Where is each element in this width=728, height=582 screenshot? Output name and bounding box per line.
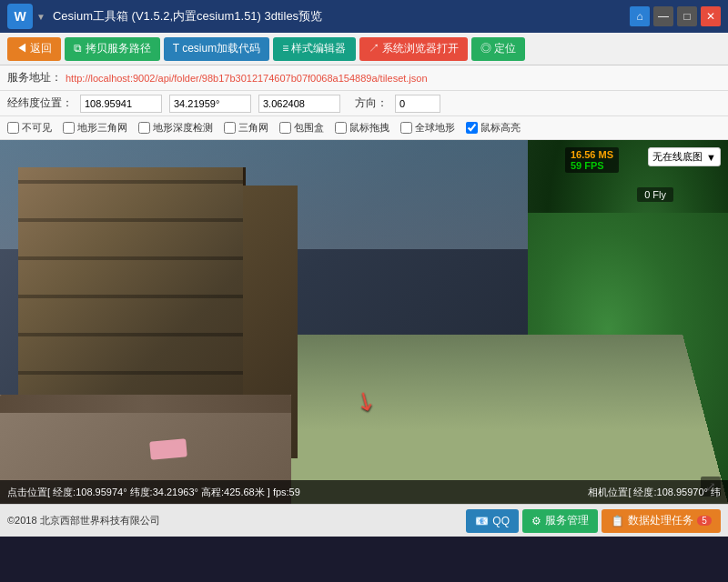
- option-drag[interactable]: 鼠标拖拽: [335, 121, 389, 135]
- url-bar: 服务地址： http://localhost:9002/api/folder/9…: [0, 65, 728, 91]
- coords-label: 经纬度位置：: [7, 95, 73, 111]
- basemap-label: 无在线底图: [652, 150, 703, 164]
- ms-value: 16.56 MS: [571, 149, 613, 160]
- drag-label: 鼠标拖拽: [349, 121, 389, 135]
- terrain-mesh-checkbox[interactable]: [63, 122, 75, 134]
- coords-bar: 经纬度位置： 方向：: [0, 91, 728, 116]
- close-button[interactable]: ✕: [701, 6, 721, 26]
- terrain-mesh-label: 地形三角网: [77, 121, 127, 135]
- altitude-input[interactable]: [258, 95, 340, 113]
- latitude-input[interactable]: [169, 95, 251, 113]
- home-button[interactable]: ⌂: [630, 6, 650, 26]
- titlebar: W ▼ Cesium工具箱 (V1.5.2,内置cesium1.51) 3dti…: [0, 0, 728, 33]
- options-bar: 不可见 地形三角网 地形深度检测 三角网 包围盒 鼠标拖拽 全球地形 鼠标高亮: [0, 116, 728, 140]
- option-wireframe[interactable]: 三角网: [224, 121, 268, 135]
- camera-position-status: 相机位置[ 经度:108.95970° 纬: [588, 486, 721, 499]
- app-title: Cesium工具箱 (V1.5.2,内置cesium1.51) 3dtiles预…: [53, 8, 630, 25]
- footer: ©2018 北京西部世界科技有限公司 📧 QQ ⚙ 服务管理 📋 数据处理任务 …: [0, 504, 728, 537]
- qq-label: QQ: [492, 515, 510, 527]
- longitude-input[interactable]: [80, 95, 162, 113]
- direction-input[interactable]: [395, 95, 440, 113]
- highlight-checkbox[interactable]: [466, 122, 478, 134]
- qq-button[interactable]: 📧 QQ: [466, 509, 519, 533]
- option-terrain-mesh[interactable]: 地形三角网: [63, 121, 127, 135]
- bbox-checkbox[interactable]: [279, 122, 291, 134]
- option-highlight[interactable]: 鼠标高亮: [466, 121, 521, 135]
- fps-counter: 16.56 MS 59 FPS: [565, 147, 619, 173]
- option-depth-test[interactable]: 地形深度检测: [138, 121, 213, 135]
- depth-test-checkbox[interactable]: [138, 122, 150, 134]
- services-label: 服务管理: [545, 513, 589, 528]
- open-browser-button[interactable]: ↗ 系统浏览器打开: [359, 37, 468, 61]
- tasks-icon: 📋: [611, 515, 624, 527]
- option-invisible[interactable]: 不可见: [7, 121, 52, 135]
- highlight-label: 鼠标高亮: [480, 121, 521, 135]
- wireframe-label: 三角网: [238, 121, 268, 135]
- invisible-label: 不可见: [22, 121, 52, 135]
- drag-checkbox[interactable]: [335, 122, 347, 134]
- bbox-label: 包围盒: [294, 121, 324, 135]
- service-url[interactable]: http://localhost:9002/api/folder/98b17b3…: [66, 73, 428, 84]
- car-object: [149, 438, 187, 459]
- fly-indicator: 0 Fly: [637, 187, 673, 202]
- title-dropdown-icon[interactable]: ▼: [36, 12, 46, 22]
- app-logo: W: [7, 4, 33, 29]
- locate-button[interactable]: ◎ 定位: [471, 37, 525, 61]
- map-status-bar: 点击位置[ 经度:108.95974° 纬度:34.21963° 高程:425.…: [0, 480, 728, 504]
- option-bbox[interactable]: 包围盒: [279, 121, 324, 135]
- global-terrain-checkbox[interactable]: [400, 122, 412, 134]
- basemap-dropdown-icon: ▼: [706, 152, 716, 163]
- click-position-status: 点击位置[ 经度:108.95974° 纬度:34.21963° 高程:425.…: [7, 486, 300, 499]
- option-global-terrain[interactable]: 全球地形: [400, 121, 455, 135]
- url-label: 服务地址：: [7, 70, 62, 85]
- tasks-button[interactable]: 📋 数据处理任务 5: [602, 509, 721, 533]
- depth-test-label: 地形深度检测: [153, 121, 213, 135]
- minimize-button[interactable]: —: [653, 6, 673, 26]
- wireframe-checkbox[interactable]: [224, 122, 236, 134]
- style-editor-button[interactable]: ≡ 样式编辑器: [273, 37, 355, 61]
- maximize-button[interactable]: □: [677, 6, 697, 26]
- copy-path-button[interactable]: ⧉ 拷贝服务路径: [65, 37, 159, 61]
- tasks-label: 数据处理任务: [628, 513, 693, 528]
- window-controls: ⌂ — □ ✕: [630, 6, 721, 26]
- toolbar: ◀ 返回 ⧉ 拷贝服务路径 T cesium加载代码 ≡ 样式编辑器 ↗ 系统浏…: [0, 33, 728, 65]
- invisible-checkbox[interactable]: [7, 122, 19, 134]
- direction-label: 方向：: [355, 95, 388, 111]
- basemap-selector[interactable]: 无在线底图 ▼: [648, 147, 721, 166]
- qq-icon: 📧: [475, 515, 489, 527]
- services-icon: ⚙: [531, 515, 541, 527]
- tasks-badge: 5: [697, 516, 712, 526]
- cesium-code-button[interactable]: T cesium加载代码: [164, 37, 269, 61]
- map-container[interactable]: ↘ 16.56 MS 59 FPS 无在线底图 ▼ 0 Fly ⤢ 点击位置[ …: [0, 140, 728, 504]
- back-button[interactable]: ◀ 返回: [7, 37, 61, 61]
- fps-value: 59 FPS: [571, 160, 613, 171]
- 3d-scene[interactable]: ↘ 16.56 MS 59 FPS 无在线底图 ▼ 0 Fly ⤢ 点击位置[ …: [0, 140, 728, 504]
- global-terrain-label: 全球地形: [415, 121, 455, 135]
- services-button[interactable]: ⚙ 服务管理: [522, 509, 598, 533]
- copyright-text: ©2018 北京西部世界科技有限公司: [7, 514, 462, 527]
